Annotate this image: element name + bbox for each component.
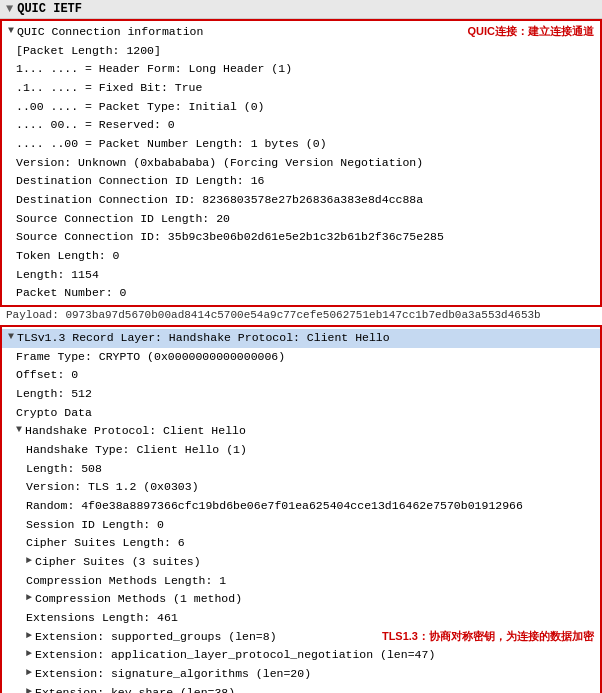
quic-line-9: Source Connection ID Length: 20 [2, 210, 600, 229]
hs-line-0-text: Handshake Type: Client Hello (1) [26, 442, 594, 459]
quic-line-7-text: Destination Connection ID Length: 16 [16, 173, 594, 190]
quic-line-13: Packet Number: 0 [2, 284, 600, 303]
quic-line-3: ..00 .... = Packet Type: Initial (0) [2, 98, 600, 117]
hs-ext1-icon: ► [26, 647, 32, 662]
hs-line-2-text: Version: TLS 1.2 (0x0303) [26, 479, 594, 496]
tls-section-box: ▼ TLSv1.3 Record Layer: Handshake Protoc… [0, 325, 602, 693]
hs-line-11[interactable]: ► Extension: application_layer_protocol_… [2, 646, 600, 665]
hs-line-9: Extensions Length: 461 [2, 609, 600, 628]
tls-section-content: ▼ TLSv1.3 Record Layer: Handshake Protoc… [2, 327, 600, 693]
hs-line-4-text: Session ID Length: 0 [26, 517, 594, 534]
hs-line-8-text: Compression Methods (1 method) [35, 591, 594, 608]
quic-line-0-text: [Packet Length: 1200] [16, 43, 594, 60]
quic-line-10-text: Source Connection ID: 35b9c3be06b02d61e5… [16, 229, 594, 246]
quic-title: QUIC Connection information [17, 24, 455, 41]
quic-line-1-text: 1... .... = Header Form: Long Header (1) [16, 61, 594, 78]
quic-line-12: Length: 1154 [2, 266, 600, 285]
hs-cipher-expand-icon: ► [26, 554, 32, 569]
hs-line-12-text: Extension: signature_algorithms (len=20) [35, 666, 594, 683]
top-header: ▼ QUIC IETF [0, 0, 602, 19]
handshake-title: Handshake Protocol: Client Hello [25, 423, 594, 440]
quic-line-10: Source Connection ID: 35b9c3be06b02d61e5… [2, 228, 600, 247]
quic-line-6-text: Version: Unknown (0xbabababa) (Forcing V… [16, 155, 594, 172]
quic-section-content: ▼ QUIC Connection information QUIC连接：建立连… [2, 21, 600, 305]
hs-line-9-text: Extensions Length: 461 [26, 610, 594, 627]
tls-line-0-text: Frame Type: CRYPTO (0x0000000000000006) [16, 349, 594, 366]
hs-line-0: Handshake Type: Client Hello (1) [2, 441, 600, 460]
quic-section-box: ▼ QUIC Connection information QUIC连接：建立连… [0, 19, 602, 307]
payload-text: Payload: 0973ba97d5670b00ad8414c5700e54a… [6, 309, 541, 321]
quic-line-6: Version: Unknown (0xbabababa) (Forcing V… [2, 154, 600, 173]
main-container: ▼ QUIC IETF ▼ QUIC Connection informatio… [0, 0, 602, 693]
tls-section-header[interactable]: ▼ TLSv1.3 Record Layer: Handshake Protoc… [2, 329, 600, 348]
tls-annotation: TLS1.3：协商对称密钥，为连接的数据加密 [382, 629, 594, 645]
hs-ext0-icon: ► [26, 629, 32, 644]
hs-line-4: Session ID Length: 0 [2, 516, 600, 535]
hs-line-13[interactable]: ► Extension: key_share (len=38) [2, 684, 600, 693]
quic-line-8: Destination Connection ID: 8236803578e27… [2, 191, 600, 210]
header-label: QUIC IETF [17, 2, 82, 16]
hs-line-2: Version: TLS 1.2 (0x0303) [2, 478, 600, 497]
hs-line-6-text: Cipher Suites (3 suites) [35, 554, 594, 571]
quic-line-5-text: .... ..00 = Packet Number Length: 1 byte… [16, 136, 594, 153]
tls-expand-icon: ▼ [8, 330, 14, 345]
hs-line-1: Length: 508 [2, 460, 600, 479]
tls-line-2-text: Length: 512 [16, 386, 594, 403]
tls-title: TLSv1.3 Record Layer: Handshake Protocol… [17, 330, 594, 347]
hs-line-7: Compression Methods Length: 1 [2, 572, 600, 591]
tls-line-1-text: Offset: 0 [16, 367, 594, 384]
quic-line-2-text: .1.. .... = Fixed Bit: True [16, 80, 594, 97]
hs-line-8[interactable]: ► Compression Methods (1 method) [2, 590, 600, 609]
quic-line-13-text: Packet Number: 0 [16, 285, 594, 302]
hs-line-5-text: Cipher Suites Length: 6 [26, 535, 594, 552]
collapse-arrow-icon[interactable]: ▼ [6, 2, 13, 16]
quic-line-2: .1.. .... = Fixed Bit: True [2, 79, 600, 98]
quic-annotation: QUIC连接：建立连接通道 [468, 24, 595, 40]
hs-line-12[interactable]: ► Extension: signature_algorithms (len=2… [2, 665, 600, 684]
payload-line: Payload: 0973ba97d5670b00ad8414c5700e54a… [0, 307, 602, 325]
quic-line-1: 1... .... = Header Form: Long Header (1) [2, 60, 600, 79]
hs-line-1-text: Length: 508 [26, 461, 594, 478]
hs-ext3-icon: ► [26, 685, 32, 693]
hs-line-13-text: Extension: key_share (len=38) [35, 685, 594, 693]
hs-line-10[interactable]: ► Extension: supported_groups (len=8) TL… [2, 628, 600, 647]
hs-comp-expand-icon: ► [26, 591, 32, 606]
quic-line-11: Token Length: 0 [2, 247, 600, 266]
tls-line-0: Frame Type: CRYPTO (0x0000000000000006) [2, 348, 600, 367]
hs-line-7-text: Compression Methods Length: 1 [26, 573, 594, 590]
hs-line-5: Cipher Suites Length: 6 [2, 534, 600, 553]
quic-line-12-text: Length: 1154 [16, 267, 594, 284]
quic-line-11-text: Token Length: 0 [16, 248, 594, 265]
tls-line-3: Crypto Data [2, 404, 600, 423]
quic-line-8-text: Destination Connection ID: 8236803578e27… [16, 192, 594, 209]
quic-line-0: [Packet Length: 1200] [2, 42, 600, 61]
quic-line-4-text: .... 00.. = Reserved: 0 [16, 117, 594, 134]
quic-line-4: .... 00.. = Reserved: 0 [2, 116, 600, 135]
expand-icon: ▼ [8, 24, 14, 39]
hs-line-6[interactable]: ► Cipher Suites (3 suites) [2, 553, 600, 572]
hs-line-3-text: Random: 4f0e38a8897366cfc19bd6be06e7f01e… [26, 498, 594, 515]
quic-line-5: .... ..00 = Packet Number Length: 1 byte… [2, 135, 600, 154]
quic-line-3-text: ..00 .... = Packet Type: Initial (0) [16, 99, 594, 116]
tls-line-2: Length: 512 [2, 385, 600, 404]
handshake-header[interactable]: ▼ Handshake Protocol: Client Hello [2, 422, 600, 441]
quic-line-9-text: Source Connection ID Length: 20 [16, 211, 594, 228]
quic-section-header[interactable]: ▼ QUIC Connection information QUIC连接：建立连… [2, 23, 600, 42]
hs-line-3: Random: 4f0e38a8897366cfc19bd6be06e7f01e… [2, 497, 600, 516]
hs-line-11-text: Extension: application_layer_protocol_ne… [35, 647, 594, 664]
quic-line-7: Destination Connection ID Length: 16 [2, 172, 600, 191]
tls-line-1: Offset: 0 [2, 366, 600, 385]
handshake-expand-icon: ▼ [16, 423, 22, 438]
tls-line-3-text: Crypto Data [16, 405, 594, 422]
hs-ext2-icon: ► [26, 666, 32, 681]
hs-line-10-text: Extension: supported_groups (len=8) [35, 629, 374, 646]
